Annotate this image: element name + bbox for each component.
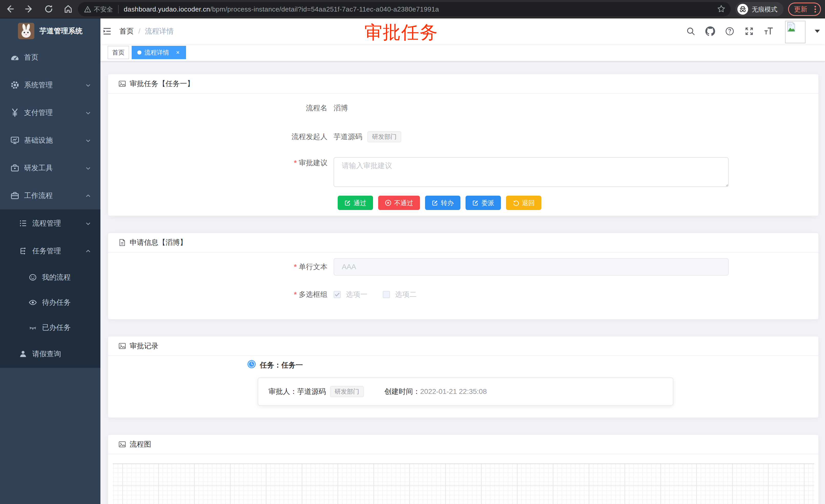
broken-image-icon xyxy=(786,22,796,32)
fullscreen-icon[interactable] xyxy=(743,18,755,44)
card-title: 流程图 xyxy=(130,439,151,449)
reject-button[interactable]: 不通过 xyxy=(378,196,420,210)
font-size-icon[interactable] xyxy=(762,18,775,44)
sidebar-item-my-process[interactable]: 我的流程 xyxy=(0,265,100,290)
approve-task-card: 审批任务【任务一】 流程名 滔博 流程发起人 芋道源码 研发部门 xyxy=(107,74,819,216)
dept-tag: 研发部门 xyxy=(367,131,401,142)
transfer-button[interactable]: 转办 xyxy=(425,196,460,210)
chrome-menu-icon[interactable] xyxy=(815,6,816,12)
card-title: 申请信息【滔博】 xyxy=(130,238,187,247)
chevron-up-icon xyxy=(85,248,91,256)
user-icon xyxy=(18,350,28,358)
app-title: 芋道管理系统 xyxy=(40,26,82,36)
suggestion-label: 审批建议 xyxy=(119,157,333,169)
breadcrumb-current: 流程详情 xyxy=(145,26,174,36)
checkbox-option1: 选项一 xyxy=(333,289,367,300)
sidebar-item-label: 基础设施 xyxy=(24,136,53,145)
avatar-dropdown-caret[interactable] xyxy=(815,30,820,33)
warning-triangle-icon xyxy=(84,6,91,12)
delegate-button[interactable]: 委派 xyxy=(465,196,501,210)
sidebar-item-infra[interactable]: 基础设施 xyxy=(0,127,100,154)
chrome-update-button[interactable]: 更新 xyxy=(788,3,821,16)
suggestion-textarea[interactable] xyxy=(333,157,729,187)
github-icon[interactable] xyxy=(704,18,717,44)
initiator-label: 流程发起人 xyxy=(119,131,333,142)
monitor-icon xyxy=(10,136,19,145)
checkbox-checked-icon xyxy=(333,291,341,298)
created-time-label: 创建时间： xyxy=(384,387,420,397)
tree-icon xyxy=(18,247,28,255)
return-button[interactable]: 退回 xyxy=(506,196,541,210)
update-label: 更新 xyxy=(794,5,807,14)
checkbox-group-label: 多选框组 xyxy=(119,289,333,300)
sidebar-item-label: 待办任务 xyxy=(42,298,71,307)
reload-icon[interactable] xyxy=(39,2,58,16)
sidebar-item-label: 我的流程 xyxy=(42,272,71,282)
sidebar-submenu: 流程管理 任务管理 我的流程 待办任务 已办任务 请假 xyxy=(0,209,100,368)
sidebar-item-home[interactable]: 首页 xyxy=(0,44,100,71)
sidebar-item-leave-query[interactable]: 请假查询 xyxy=(0,340,100,368)
incognito-icon xyxy=(737,4,748,15)
chevron-down-icon xyxy=(85,165,91,173)
sidebar-item-label: 首页 xyxy=(24,53,39,62)
timeline-clock-icon xyxy=(247,360,256,370)
sidebar-item-label: 支付管理 xyxy=(24,108,53,117)
sidebar-item-task-mgmt[interactable]: 任务管理 xyxy=(0,237,100,265)
record-item: 审批人： 芋道源码 研发部门 创建时间： 2022-01-21 22:35:08 xyxy=(258,377,673,406)
sidebar-item-devtools[interactable]: 研发工具 xyxy=(0,154,100,182)
approve-record-card: 审批记录 任务：任务一 审批人： 芋道源码 研发部门 创建时间： xyxy=(107,336,819,418)
breadcrumb: 首页 / 流程详情 xyxy=(120,26,174,36)
home-icon[interactable] xyxy=(58,2,78,16)
flow-diagram-card: 流程图 xyxy=(107,434,819,504)
avatar[interactable] xyxy=(785,21,806,43)
close-icon[interactable]: × xyxy=(174,49,181,56)
active-tab-dot xyxy=(137,51,141,55)
tab-process-detail[interactable]: 流程详情 × xyxy=(132,46,186,59)
sidebar-item-system[interactable]: 系统管理 xyxy=(0,71,100,99)
card-title: 审批任务【任务一】 xyxy=(130,79,194,89)
bookmark-star-icon[interactable] xyxy=(717,5,726,15)
yen-icon xyxy=(10,108,19,117)
app-logo[interactable]: 芋道管理系统 xyxy=(0,18,100,44)
eye-open-icon xyxy=(28,298,38,307)
sidebar-item-workflow[interactable]: 工作流程 xyxy=(0,182,100,209)
navbar: 首页 / 流程详情 xyxy=(100,18,825,44)
logo-avatar xyxy=(18,23,34,39)
sidebar-item-label: 流程管理 xyxy=(32,219,61,228)
sidebar-item-payment[interactable]: 支付管理 xyxy=(0,99,100,127)
checkbox-group: 选项一 选项二 xyxy=(333,289,417,300)
browser-toolbar: 不安全 dashboard.yudao.iocoder.cn/bpm/proce… xyxy=(0,0,825,18)
dashboard-icon xyxy=(10,53,19,62)
sidebar-item-label: 工作流程 xyxy=(24,191,53,200)
approve-button[interactable]: 通过 xyxy=(338,196,373,210)
search-icon[interactable] xyxy=(685,18,697,44)
page-content: 审批任务【任务一】 流程名 滔博 流程发起人 芋道源码 研发部门 xyxy=(100,62,825,504)
forward-icon[interactable] xyxy=(19,2,39,16)
face-icon xyxy=(28,273,38,282)
back-icon[interactable] xyxy=(0,2,19,16)
sidebar-item-done-tasks[interactable]: 已办任务 xyxy=(0,315,100,340)
apply-info-card: 申请信息【滔博】 单行文本 多选框组 选项一 xyxy=(107,233,819,320)
url-text[interactable]: dashboard.yudao.iocoder.cn/bpm/process-i… xyxy=(124,5,439,13)
tab-home[interactable]: 首页 xyxy=(107,46,129,59)
chevron-down-icon xyxy=(85,137,91,146)
breadcrumb-separator: / xyxy=(138,27,140,35)
bpmn-canvas[interactable] xyxy=(113,464,814,504)
help-icon[interactable] xyxy=(724,18,736,44)
dept-tag: 研发部门 xyxy=(330,386,364,397)
sidebar-item-process-mgmt[interactable]: 流程管理 xyxy=(0,209,100,237)
task-title: 任务：任务一 xyxy=(260,360,303,370)
sidebar-collapse-icon[interactable] xyxy=(100,18,116,44)
card-title: 审批记录 xyxy=(130,341,158,351)
card-header: 审批任务【任务一】 xyxy=(108,74,818,94)
card-header: 审批记录 xyxy=(108,337,818,356)
not-secure-warning[interactable]: 不安全 xyxy=(84,5,113,14)
sidebar-item-todo-tasks[interactable]: 待办任务 xyxy=(0,290,100,315)
timeline: 任务：任务一 审批人： 芋道源码 研发部门 创建时间： 2022-01-21 2… xyxy=(247,356,808,406)
chevron-down-icon xyxy=(85,110,91,118)
url-bar[interactable]: 不安全 dashboard.yudao.iocoder.cn/bpm/proce… xyxy=(78,2,731,16)
checkbox-option2: 选项二 xyxy=(383,289,417,300)
breadcrumb-home[interactable]: 首页 xyxy=(120,26,134,36)
sidebar-item-label: 系统管理 xyxy=(24,80,53,90)
initiator-value: 芋道源码 xyxy=(333,131,362,142)
